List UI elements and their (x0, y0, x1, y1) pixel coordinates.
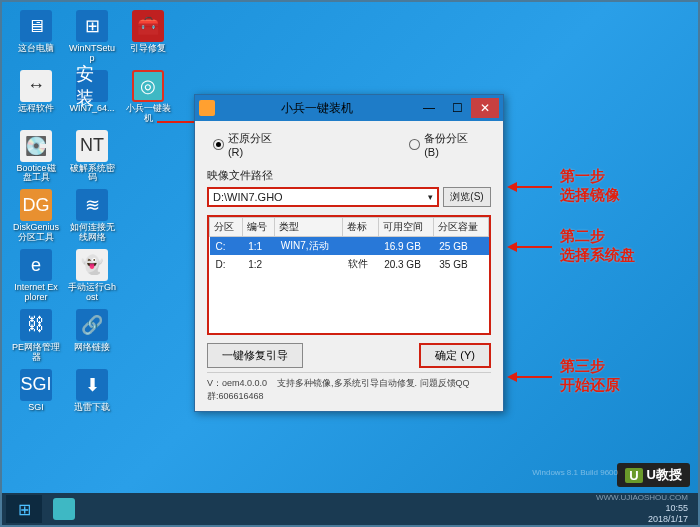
icon-label: Internet Explorer (12, 283, 60, 303)
icon-label: DiskGenius分区工具 (12, 223, 60, 243)
taskbar-app[interactable] (44, 495, 84, 523)
wifi-help[interactable]: ≋如何连接无线网络 (68, 189, 116, 243)
repair-boot-button[interactable]: 一键修复引导 (207, 343, 303, 368)
svg-marker-5 (507, 242, 517, 252)
icon-label: 网络链接 (74, 343, 110, 353)
column-header[interactable]: 编号 (242, 218, 275, 237)
column-header[interactable]: 分区容量 (433, 218, 488, 237)
ie[interactable]: eInternet Explorer (12, 249, 60, 303)
partition-table[interactable]: 分区编号类型卷标可用空间分区容量 C:1:1WIN7,活动16.9 GB25 G… (207, 215, 491, 335)
crack-pwd-icon: NT (76, 130, 108, 162)
column-header[interactable]: 类型 (275, 218, 342, 237)
u-icon: U (625, 468, 642, 483)
icon-label: 这台电脑 (18, 44, 54, 54)
pe-net[interactable]: ⛓PE网络管理器 (12, 309, 60, 363)
start-button[interactable]: ⊞ (6, 495, 42, 523)
version-footer: V：oem4.0.0.0 支持多种镜像,多系统引导自动修复. 问题反馈QQ群:6… (207, 372, 491, 407)
pe-net-icon: ⛓ (20, 309, 52, 341)
remote-soft-icon: ↔ (20, 70, 52, 102)
minimize-button[interactable]: — (415, 98, 443, 118)
winntsetup-icon: ⊞ (76, 10, 108, 42)
ghost[interactable]: 👻手动运行Ghost (68, 249, 116, 303)
watermark-badge: U U教授 (617, 463, 690, 487)
wifi-help-icon: ≋ (76, 189, 108, 221)
browse-button[interactable]: 浏览(S) (443, 187, 491, 207)
arrow-step1 (507, 177, 557, 197)
taskbar: ⊞ WWW.UJIAOSHOU.COM 10:55 2018/1/17 (2, 493, 698, 525)
boot-repair-icon: 🧰 (132, 10, 164, 42)
icon-label: SGI (28, 403, 44, 413)
column-header[interactable]: 卷标 (342, 218, 378, 237)
step3-annotation: 第三步 开始还原 (560, 357, 620, 395)
diskgenius[interactable]: DGDiskGenius分区工具 (12, 189, 60, 243)
this-pc-icon: 🖥 (20, 10, 52, 42)
column-header[interactable]: 可用空间 (378, 218, 433, 237)
win7-64-icon: 安装 (76, 70, 108, 102)
xiaobing-installer-icon: ◎ (132, 70, 164, 102)
icon-label: 引导修复 (130, 44, 166, 54)
arrow-step3 (507, 367, 557, 387)
remote-soft[interactable]: ↔远程软件 (12, 70, 60, 124)
net-conn-icon: 🔗 (76, 309, 108, 341)
svg-marker-3 (507, 182, 517, 192)
win7-64[interactable]: 安装WIN7_64... (68, 70, 116, 124)
sgi-icon: SGI (20, 369, 52, 401)
bootice-icon: 💽 (20, 130, 52, 162)
window-title: 小兵一键装机 (219, 100, 415, 117)
icon-label: 远程软件 (18, 104, 54, 114)
table-row[interactable]: C:1:1WIN7,活动16.9 GB25 GB (210, 237, 489, 256)
svg-marker-7 (507, 372, 517, 382)
crack-pwd[interactable]: NT破解系统密码 (68, 130, 116, 184)
image-path-label: 映像文件路径 (207, 168, 491, 183)
close-button[interactable]: ✕ (471, 98, 499, 118)
boot-repair[interactable]: 🧰引导修复 (124, 10, 172, 64)
arrow-step2 (507, 237, 557, 257)
icon-label: Bootice磁盘工具 (12, 164, 60, 184)
column-header[interactable]: 分区 (210, 218, 243, 237)
build-watermark: Windows 8.1 Build 9600 (532, 468, 618, 477)
path-value: D:\WIN7.GHO (213, 191, 283, 203)
table-row[interactable]: D:1:2软件20.3 GB35 GB (210, 255, 489, 273)
ghost-icon: 👻 (76, 249, 108, 281)
icon-label: 如何连接无线网络 (68, 223, 116, 243)
icon-label: WIN7_64... (69, 104, 114, 114)
ok-button[interactable]: 确定 (Y) (419, 343, 491, 368)
icon-label: 迅雷下载 (74, 403, 110, 413)
bootice[interactable]: 💽Bootice磁盘工具 (12, 130, 60, 184)
thunder-icon: ⬇ (76, 369, 108, 401)
radio-unchecked-icon (409, 139, 420, 150)
chevron-down-icon: ▾ (428, 192, 433, 202)
step1-annotation: 第一步 选择镜像 (560, 167, 620, 205)
icon-label: PE网络管理器 (12, 343, 60, 363)
radio-checked-icon (213, 139, 224, 150)
this-pc[interactable]: 🖥这台电脑 (12, 10, 60, 64)
diskgenius-icon: DG (20, 189, 52, 221)
winntsetup[interactable]: ⊞WinNTSetup (68, 10, 116, 64)
titlebar[interactable]: 小兵一键装机 — ☐ ✕ (195, 95, 503, 121)
icon-label: 手动运行Ghost (68, 283, 116, 303)
app-icon (199, 100, 215, 116)
image-path-combobox[interactable]: D:\WIN7.GHO ▾ (207, 187, 439, 207)
sgi[interactable]: SGISGI (12, 369, 60, 413)
icon-label: 破解系统密码 (68, 164, 116, 184)
ie-icon: e (20, 249, 52, 281)
system-tray[interactable]: WWW.UJIAOSHOU.COM 10:55 2018/1/17 (596, 493, 694, 524)
installer-dialog: 小兵一键装机 — ☐ ✕ 还原分区 (R) 备份分区 (B) 映像文件路径 D:… (194, 94, 504, 412)
desktop-icons: 🖥这台电脑⊞WinNTSetup🧰引导修复↔远程软件安装WIN7_64...◎小… (12, 10, 172, 413)
thunder[interactable]: ⬇迅雷下载 (68, 369, 116, 413)
maximize-button[interactable]: ☐ (443, 98, 471, 118)
restore-radio[interactable]: 还原分区 (R) (213, 131, 289, 158)
net-conn[interactable]: 🔗网络链接 (68, 309, 116, 363)
step2-annotation: 第二步 选择系统盘 (560, 227, 635, 265)
backup-radio[interactable]: 备份分区 (B) (409, 131, 485, 158)
